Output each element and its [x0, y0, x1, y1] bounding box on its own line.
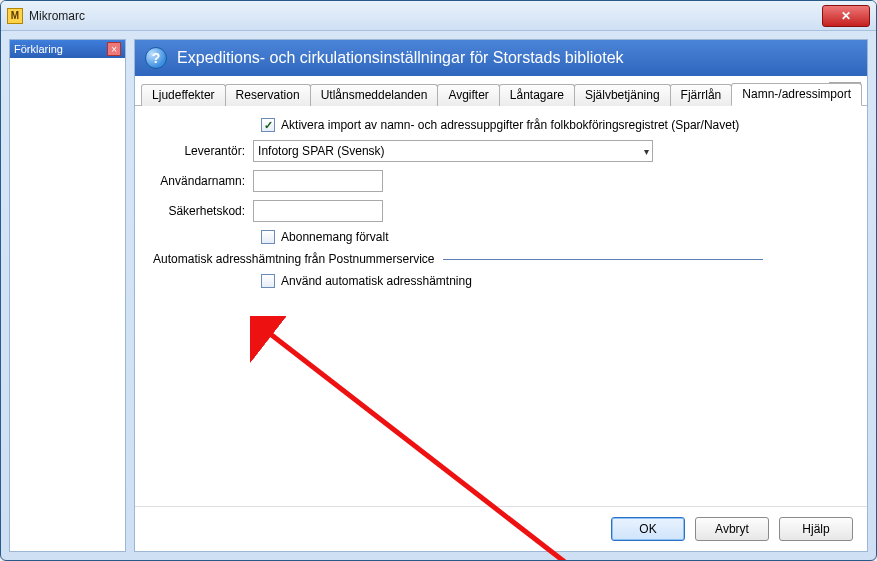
username-input[interactable]: [253, 170, 383, 192]
auto-address-label: Använd automatisk adresshämtning: [281, 274, 472, 288]
page-title: Expeditions- och cirkulationsinställning…: [177, 49, 623, 67]
close-icon: ✕: [841, 9, 851, 23]
main-header: ? Expeditions- och cirkulationsinställni…: [135, 40, 867, 76]
titlebar: M Mikromarc ✕: [1, 1, 876, 31]
close-icon: ×: [111, 44, 117, 55]
sidebar-title: Förklaring: [14, 43, 63, 55]
leverantor-dropdown[interactable]: ▾: [253, 140, 653, 162]
abonnemang-checkbox[interactable]: [261, 230, 275, 244]
tab-ljudeffekter[interactable]: Ljudeffekter: [141, 84, 226, 106]
auto-address-checkbox[interactable]: [261, 274, 275, 288]
activate-import-checkbox[interactable]: [261, 118, 275, 132]
tab-namn-adressimport[interactable]: Namn-/adressimport: [731, 83, 862, 106]
tab-sjalvbetjaning[interactable]: Självbetjäning: [574, 84, 671, 106]
window-title: Mikromarc: [29, 9, 822, 23]
section-title: Automatisk adresshämtning från Postnumme…: [153, 252, 434, 266]
activate-import-label: Aktivera import av namn- och adressuppgi…: [281, 118, 739, 132]
sidebar-header: Förklaring ×: [10, 40, 125, 58]
tabs: Ljudeffekter Reservation Utlånsmeddeland…: [135, 76, 867, 106]
tab-fjarrlan[interactable]: Fjärrlån: [670, 84, 733, 106]
client-area: Förklaring × ? Expeditions- och cirkulat…: [1, 31, 876, 560]
ok-button[interactable]: OK: [611, 517, 685, 541]
main-panel: ? Expeditions- och cirkulationsinställni…: [134, 39, 868, 552]
sidebar-panel: Förklaring ×: [9, 39, 126, 552]
help-icon: ?: [145, 47, 167, 69]
app-window: M Mikromarc ✕ Förklaring × ? Expeditions…: [0, 0, 877, 561]
leverantor-value[interactable]: [253, 140, 653, 162]
tab-reservation[interactable]: Reservation: [225, 84, 311, 106]
tab-lantagare[interactable]: Låntagare: [499, 84, 575, 106]
username-label: Användarnamn:: [153, 174, 253, 188]
tab-utlansmeddelanden[interactable]: Utlånsmeddelanden: [310, 84, 439, 106]
tab-content: Aktivera import av namn- och adressuppgi…: [135, 106, 867, 506]
cancel-button[interactable]: Avbryt: [695, 517, 769, 541]
security-code-input[interactable]: [253, 200, 383, 222]
section-divider: [443, 259, 763, 260]
app-icon: M: [7, 8, 23, 24]
sidebar-close-button[interactable]: ×: [107, 42, 121, 56]
help-button[interactable]: Hjälp: [779, 517, 853, 541]
security-label: Säkerhetskod:: [153, 204, 253, 218]
tab-avgifter[interactable]: Avgifter: [437, 84, 499, 106]
leverantor-label: Leverantör:: [153, 144, 253, 158]
abonnemang-label: Abonnemang förvalt: [281, 230, 388, 244]
window-close-button[interactable]: ✕: [822, 5, 870, 27]
dialog-buttons: OK Avbryt Hjälp: [135, 506, 867, 551]
